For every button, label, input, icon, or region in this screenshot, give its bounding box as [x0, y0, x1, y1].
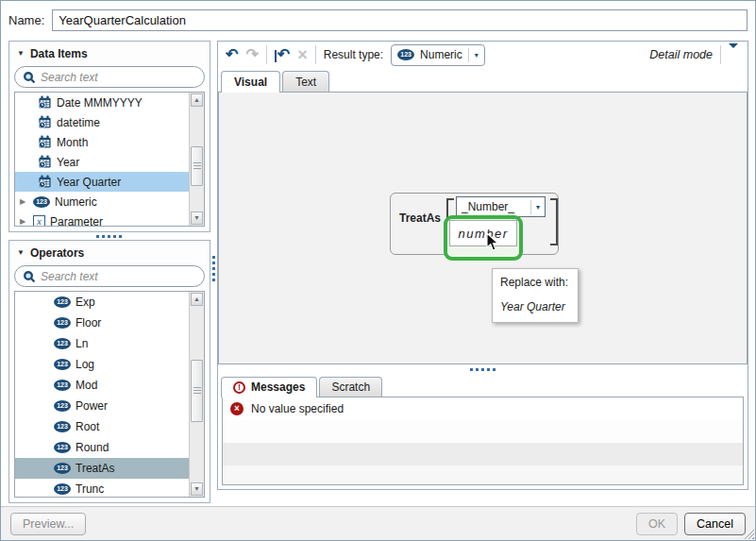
expand-arrow-icon[interactable]: ▶: [20, 197, 28, 206]
operators-list: 123 Exp 123 Floor 123 Ln 123: [15, 292, 189, 497]
scrollbar-thumb[interactable]: [191, 146, 203, 186]
message-row-empty: [223, 420, 743, 443]
chevron-down-icon[interactable]: ▾: [536, 203, 540, 211]
treatas-operator-label: TreatAs: [399, 211, 441, 225]
expression-editor-panel: ↶ ↷ ↶ × Result type: 123 Numeric ▾ Detai…: [217, 41, 748, 490]
calendar-clock-icon: [38, 135, 52, 149]
calendar-clock-icon: [38, 175, 52, 189]
tab-scratch-label: Scratch: [331, 380, 370, 394]
data-item-row[interactable]: datetime: [15, 112, 189, 132]
redo-icon[interactable]: ↷: [245, 47, 258, 62]
tooltip-title: Replace with:: [500, 276, 570, 289]
data-item-label: Year: [57, 156, 79, 169]
data-item-row[interactable]: Year: [15, 152, 189, 172]
operators-panel: ▼ Operators 123 Exp 123 Fl: [8, 240, 210, 503]
data-items-panel: ▼ Data Items Date MMMYYYY: [8, 41, 210, 232]
scroll-down-icon[interactable]: ▼: [191, 211, 203, 225]
operator-label: Floor: [76, 316, 101, 330]
bracket-right: [550, 198, 558, 245]
operator-row[interactable]: 123 Mod: [15, 375, 189, 396]
operators-scrollbar[interactable]: ▲ ▼: [189, 292, 204, 497]
number-argument-field[interactable]: number: [449, 220, 517, 246]
scroll-up-icon[interactable]: ▲: [191, 93, 203, 107]
operator-row[interactable]: 123 Floor: [15, 313, 189, 333]
name-input[interactable]: [52, 9, 748, 31]
toolbar-divider: [315, 45, 316, 64]
operators-header[interactable]: ▼ Operators: [9, 241, 210, 264]
tab-text[interactable]: Text: [282, 71, 329, 92]
scroll-up-icon[interactable]: ▲: [191, 293, 203, 306]
delete-icon[interactable]: ×: [297, 47, 308, 62]
message-row[interactable]: × No value specified: [223, 397, 743, 420]
undo-all-icon[interactable]: ↶: [275, 47, 290, 62]
data-item-group-numeric[interactable]: ▶ 123 Numeric: [15, 192, 189, 211]
tab-scratch[interactable]: Scratch: [319, 377, 382, 397]
data-item-label: Parameter: [50, 215, 103, 227]
operators-listbox: 123 Exp 123 Floor 123 Ln 123: [14, 291, 205, 498]
ok-button[interactable]: OK: [636, 513, 678, 535]
expression-canvas[interactable]: TreatAs _Number_ ▾ number Replace with: …: [218, 92, 748, 364]
expand-arrow-icon[interactable]: ▶: [20, 217, 28, 226]
data-item-group-parameter[interactable]: ▶ x Parameter: [15, 211, 189, 226]
operator-row[interactable]: 123 Round: [15, 437, 189, 458]
numeric-123-icon: 123: [54, 442, 71, 453]
vertical-splitter[interactable]: [210, 41, 217, 505]
search-icon: [23, 71, 36, 84]
result-type-dropdown[interactable]: 123 Numeric ▾: [391, 44, 485, 66]
cancel-button[interactable]: Cancel: [684, 513, 746, 535]
warning-icon: !: [233, 381, 245, 394]
dialog-footer: Preview... OK Cancel: [1, 506, 755, 540]
left-column: ▼ Data Items Date MMMYYYY: [8, 41, 210, 505]
numeric-123-icon: 123: [54, 317, 71, 329]
data-item-row[interactable]: Month: [15, 132, 189, 152]
parameter-x-icon: x: [33, 215, 45, 226]
error-icon: ×: [230, 402, 244, 415]
operators-search-input[interactable]: [41, 270, 196, 283]
collapse-section-icon: ▼: [17, 49, 25, 58]
operator-label: Root: [76, 420, 99, 433]
data-item-row-selected[interactable]: Year Quarter: [15, 172, 189, 192]
operator-row[interactable]: 123 Exp: [15, 292, 189, 313]
operator-label: Exp: [76, 296, 95, 309]
data-item-label: Numeric: [55, 195, 97, 209]
operator-label: Round: [76, 441, 109, 454]
message-row-empty: [223, 465, 743, 485]
number-format-value: _Number_: [462, 200, 526, 213]
operator-row-selected[interactable]: 123 TreatAs: [15, 458, 189, 479]
operator-label: Log: [76, 358, 94, 371]
data-item-row[interactable]: Date MMMYYYY: [15, 93, 189, 112]
tab-visual[interactable]: Visual: [221, 71, 280, 93]
message-text: No value specified: [251, 402, 344, 415]
message-row-empty: [223, 443, 743, 465]
canvas-messages-splitter[interactable]: [218, 364, 748, 374]
collapse-panel-icon[interactable]: [729, 48, 740, 61]
mouse-cursor-icon: [486, 232, 500, 252]
left-horizontal-splitter[interactable]: [8, 232, 210, 240]
numeric-123-icon: 123: [54, 463, 71, 474]
numeric-123-icon: 123: [54, 421, 71, 432]
name-row: Name:: [1, 1, 755, 39]
numeric-123-icon: 123: [33, 196, 50, 208]
operator-row[interactable]: 123 Log: [15, 354, 189, 375]
drop-target-highlight[interactable]: number: [444, 215, 523, 261]
operators-search: [14, 265, 205, 287]
preview-button[interactable]: Preview...: [10, 513, 86, 535]
operator-row[interactable]: 123 Root: [15, 416, 189, 437]
operator-row[interactable]: 123 Ln: [15, 333, 189, 354]
messages-tab-row: ! Messages Scratch: [218, 374, 748, 397]
chevron-down-icon[interactable]: ▾: [475, 51, 479, 59]
calendar-clock-icon: [38, 155, 52, 169]
data-items-scrollbar[interactable]: ▲ ▼: [189, 93, 204, 226]
scroll-down-icon[interactable]: ▼: [191, 482, 203, 496]
undo-icon[interactable]: ↶: [226, 47, 238, 62]
tooltip-value: Year Quarter: [500, 300, 570, 313]
tab-messages[interactable]: ! Messages: [221, 377, 317, 397]
operator-row[interactable]: 123 Power: [15, 396, 189, 416]
number-format-dropdown[interactable]: _Number_ ▾: [456, 196, 546, 217]
data-items-search: [14, 66, 205, 88]
numeric-123-icon: 123: [54, 359, 71, 370]
data-items-header[interactable]: ▼ Data Items: [9, 42, 210, 65]
scrollbar-thumb[interactable]: [191, 360, 203, 422]
operator-row[interactable]: 123 Trunc: [15, 479, 189, 497]
data-items-search-input[interactable]: [41, 71, 196, 84]
